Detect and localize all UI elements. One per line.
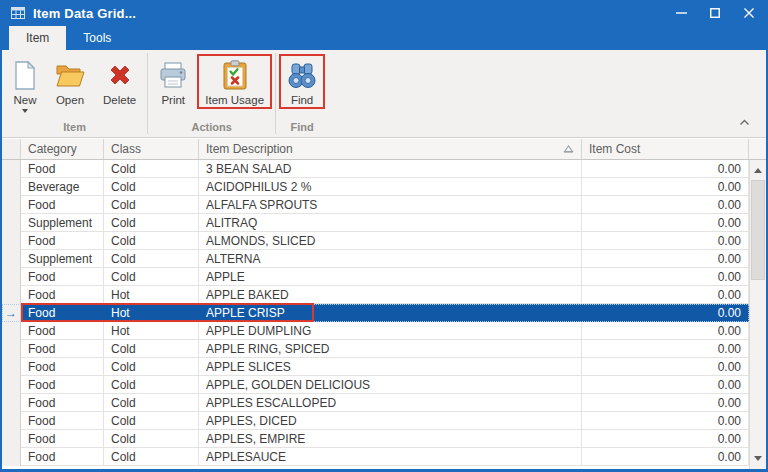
table-row[interactable]: Food Hot APPLE CRISP 0.00: [2, 304, 749, 322]
scrollbar-up-button[interactable]: [750, 162, 766, 179]
cell-item-description[interactable]: ALFALFA SPROUTS: [199, 196, 582, 214]
cell-item-cost[interactable]: 0.00: [582, 196, 749, 214]
new-dropdown-caret-icon[interactable]: [22, 109, 28, 113]
cell-class[interactable]: Cold: [104, 340, 199, 358]
table-row[interactable]: Food Hot APPLE DUMPLING 0.00: [2, 322, 749, 340]
cell-item-cost[interactable]: 0.00: [582, 304, 749, 322]
column-header-category[interactable]: Category: [21, 139, 104, 159]
table-row[interactable]: Beverage Cold ACIDOPHILUS 2 % 0.00: [2, 178, 749, 196]
cell-item-description[interactable]: APPLE BAKED: [199, 286, 582, 304]
cell-category[interactable]: Food: [21, 394, 104, 412]
cell-category[interactable]: Supplement: [21, 214, 104, 232]
cell-item-description[interactable]: 3 BEAN SALAD: [199, 160, 582, 178]
find-button[interactable]: Find: [279, 54, 325, 109]
cell-category[interactable]: Food: [21, 376, 104, 394]
table-row[interactable]: Food Cold APPLES, EMPIRE 0.00: [2, 430, 749, 448]
cell-category[interactable]: Beverage: [21, 178, 104, 196]
scrollbar-thumb[interactable]: [751, 180, 765, 280]
cell-class[interactable]: Cold: [104, 376, 199, 394]
cell-item-cost[interactable]: 0.00: [582, 430, 749, 448]
cell-category[interactable]: Food: [21, 196, 104, 214]
cell-class[interactable]: Cold: [104, 160, 199, 178]
cell-class[interactable]: Cold: [104, 196, 199, 214]
tab-tools[interactable]: Tools: [66, 26, 128, 50]
table-row[interactable]: Food Cold APPLE SLICES 0.00: [2, 358, 749, 376]
cell-item-cost[interactable]: 0.00: [582, 322, 749, 340]
table-row[interactable]: Food Cold ALMONDS, SLICED 0.00: [2, 232, 749, 250]
cell-item-description[interactable]: ALITRAQ: [199, 214, 582, 232]
cell-item-description[interactable]: APPLES, EMPIRE: [199, 430, 582, 448]
cell-item-description[interactable]: APPLE CRISP: [199, 304, 582, 322]
cell-item-description[interactable]: APPLES ESCALLOPED: [199, 394, 582, 412]
cell-class[interactable]: Hot: [104, 304, 199, 322]
table-row[interactable]: Food Hot APPLE BAKED 0.00: [2, 286, 749, 304]
cell-category[interactable]: Food: [21, 358, 104, 376]
cell-item-cost[interactable]: 0.00: [582, 358, 749, 376]
cell-item-cost[interactable]: 0.00: [582, 268, 749, 286]
cell-item-description[interactable]: APPLE DUMPLING: [199, 322, 582, 340]
cell-class[interactable]: Cold: [104, 178, 199, 196]
cell-class[interactable]: Cold: [104, 358, 199, 376]
tab-item[interactable]: Item: [9, 26, 66, 50]
table-row[interactable]: Food Cold APPLE, GOLDEN DELICIOUS 0.00: [2, 376, 749, 394]
cell-item-description[interactable]: APPLES, DICED: [199, 412, 582, 430]
ribbon-collapse-button[interactable]: [739, 112, 750, 130]
open-button[interactable]: Open: [47, 54, 93, 109]
cell-item-cost[interactable]: 0.00: [582, 160, 749, 178]
cell-category[interactable]: Food: [21, 160, 104, 178]
table-row[interactable]: Food Cold APPLE 0.00: [2, 268, 749, 286]
maximize-button[interactable]: [698, 0, 732, 26]
table-row[interactable]: Food Cold APPLE RING, SPICED 0.00: [2, 340, 749, 358]
table-row[interactable]: Food Cold ALFALFA SPROUTS 0.00: [2, 196, 749, 214]
print-button[interactable]: Print: [151, 54, 195, 109]
cell-category[interactable]: Food: [21, 322, 104, 340]
cell-item-cost[interactable]: 0.00: [582, 232, 749, 250]
column-header-class[interactable]: Class: [104, 139, 199, 159]
cell-category[interactable]: Food: [21, 268, 104, 286]
cell-class[interactable]: Cold: [104, 394, 199, 412]
cell-item-cost[interactable]: 0.00: [582, 340, 749, 358]
cell-item-cost[interactable]: 0.00: [582, 178, 749, 196]
cell-item-cost[interactable]: 0.00: [582, 214, 749, 232]
cell-item-description[interactable]: APPLE: [199, 268, 582, 286]
cell-class[interactable]: Cold: [104, 268, 199, 286]
scrollbar-down-button[interactable]: [750, 450, 766, 467]
table-row[interactable]: Food Cold APPLES, DICED 0.00: [2, 412, 749, 430]
cell-item-description[interactable]: ACIDOPHILUS 2 %: [199, 178, 582, 196]
cell-category[interactable]: Food: [21, 412, 104, 430]
close-button[interactable]: [732, 0, 766, 26]
column-header-item-description[interactable]: Item Description: [199, 139, 582, 159]
cell-class[interactable]: Hot: [104, 322, 199, 340]
new-button[interactable]: New: [5, 54, 45, 116]
cell-item-description[interactable]: APPLE SLICES: [199, 358, 582, 376]
table-row[interactable]: Supplement Cold ALITRAQ 0.00: [2, 214, 749, 232]
cell-class[interactable]: Cold: [104, 430, 199, 448]
cell-category[interactable]: Food: [21, 340, 104, 358]
item-usage-button[interactable]: Item Usage: [197, 54, 272, 109]
minimize-button[interactable]: [664, 0, 698, 26]
cell-class[interactable]: Cold: [104, 250, 199, 268]
cell-item-cost[interactable]: 0.00: [582, 286, 749, 304]
cell-category[interactable]: Food: [21, 286, 104, 304]
cell-category[interactable]: Supplement: [21, 250, 104, 268]
cell-item-cost[interactable]: 0.00: [582, 250, 749, 268]
cell-item-description[interactable]: APPLESAUCE: [199, 448, 582, 466]
cell-item-description[interactable]: APPLE, GOLDEN DELICIOUS: [199, 376, 582, 394]
table-row[interactable]: Food Cold APPLESAUCE 0.00: [2, 448, 749, 466]
table-row[interactable]: Food Cold 3 BEAN SALAD 0.00: [2, 160, 749, 178]
cell-class[interactable]: Hot: [104, 286, 199, 304]
cell-item-cost[interactable]: 0.00: [582, 376, 749, 394]
vertical-scrollbar[interactable]: [749, 160, 766, 469]
table-row[interactable]: Supplement Cold ALTERNA 0.00: [2, 250, 749, 268]
column-header-item-cost[interactable]: Item Cost: [582, 139, 749, 159]
cell-category[interactable]: Food: [21, 304, 104, 322]
cell-item-cost[interactable]: 0.00: [582, 394, 749, 412]
cell-class[interactable]: Cold: [104, 448, 199, 466]
cell-item-description[interactable]: APPLE RING, SPICED: [199, 340, 582, 358]
cell-item-cost[interactable]: 0.00: [582, 448, 749, 466]
cell-item-cost[interactable]: 0.00: [582, 412, 749, 430]
cell-category[interactable]: Food: [21, 448, 104, 466]
cell-item-description[interactable]: ALMONDS, SLICED: [199, 232, 582, 250]
delete-button[interactable]: Delete: [95, 54, 144, 109]
cell-category[interactable]: Food: [21, 430, 104, 448]
